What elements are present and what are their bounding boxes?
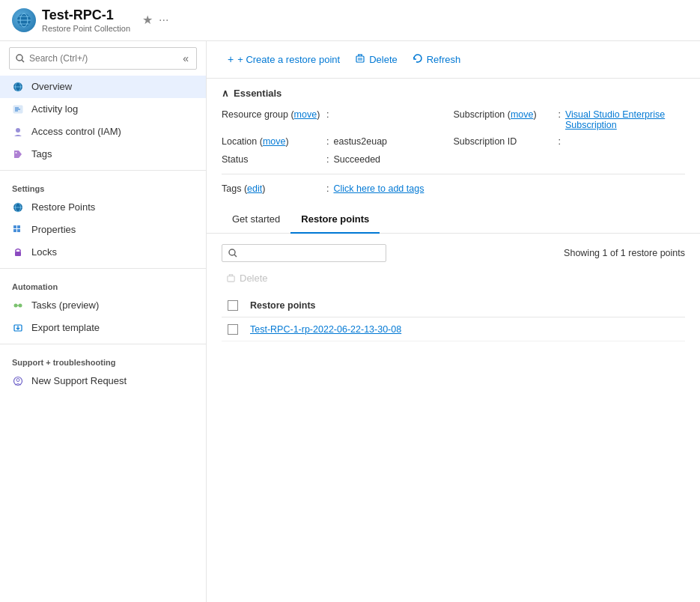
- tasks-icon: [12, 300, 24, 311]
- refresh-button[interactable]: Refresh: [407, 50, 467, 69]
- refresh-icon: [413, 53, 423, 66]
- essentials-title: Essentials: [234, 88, 281, 99]
- sidebar-item-locks[interactable]: Locks: [0, 241, 206, 264]
- svg-rect-23: [15, 252, 21, 256]
- sidebar-item-tags[interactable]: Tags: [0, 143, 206, 165]
- sidebar-item-tags-label: Tags: [31, 148, 52, 159]
- svg-point-25: [19, 303, 22, 307]
- sidebar-item-properties-label: Properties: [31, 224, 76, 235]
- rp-table: Restore points Test-RPC-1-rp-2022-06-22-…: [222, 294, 685, 341]
- rp-delete-button[interactable]: Delete: [222, 270, 273, 287]
- location-move-link[interactable]: move: [263, 136, 286, 147]
- sidebar-item-activity-log-label: Activity log: [31, 103, 78, 115]
- subscription-id-label: Subscription ID: [454, 136, 559, 147]
- rp-table-header-row: Restore points: [222, 294, 685, 317]
- resource-title-group: Test-RPC-1 Restore Point Collection: [42, 7, 130, 33]
- nav-divider-2: [0, 268, 206, 269]
- subscription-label: Subscription (move): [454, 109, 559, 120]
- search-icon: [16, 54, 25, 63]
- rp-delete-icon: [226, 273, 236, 283]
- main-content: + + Create a restore point Delete: [207, 41, 700, 602]
- tags-value: Click here to add tags: [333, 183, 424, 194]
- rp-row-checkbox-cell: [222, 317, 244, 341]
- tags-edit-link[interactable]: edit: [247, 183, 262, 194]
- nav-divider-1: [0, 170, 206, 171]
- tab-get-started[interactable]: Get started: [222, 206, 290, 234]
- rp-search-icon: [228, 249, 237, 258]
- svg-point-15: [16, 152, 17, 153]
- sidebar-item-tasks[interactable]: Tasks (preview): [0, 294, 206, 317]
- search-input[interactable]: [29, 53, 177, 64]
- create-restore-point-button[interactable]: + + Create a restore point: [222, 50, 346, 68]
- subscription-move-link[interactable]: move: [511, 109, 534, 120]
- essentials-grid-2: Status : Succeeded: [222, 151, 685, 168]
- rp-header-checkbox[interactable]: [228, 300, 238, 311]
- rp-search-box[interactable]: [222, 244, 386, 262]
- sidebar-item-restore-points-label: Restore Points: [31, 201, 95, 213]
- rp-column-name: Restore points: [244, 294, 685, 317]
- essentials-divider: [222, 174, 685, 174]
- support-section-label: Support + troubleshooting: [0, 349, 206, 370]
- rp-row-name-link[interactable]: Test-RPC-1-rp-2022-06-22-13-30-08: [250, 324, 401, 335]
- essentials-row-location: Location (move) : eastus2euap: [222, 133, 454, 150]
- status-value: Succeeded: [333, 154, 380, 165]
- delete-icon: [355, 53, 365, 66]
- tab-restore-points[interactable]: Restore points: [290, 206, 380, 234]
- main-layout: « Overview Activity: [0, 41, 700, 602]
- sidebar-item-new-support-label: New Support Request: [31, 375, 127, 386]
- rp-toolbar: Showing 1 of 1 restore points: [222, 244, 685, 262]
- resource-subtitle: Restore Point Collection: [42, 24, 130, 33]
- svg-line-6: [22, 60, 24, 62]
- tabs-bar: Get started Restore points: [207, 206, 700, 234]
- delete-button[interactable]: Delete: [349, 50, 404, 69]
- sidebar-item-access-control-label: Access control (IAM): [31, 126, 121, 137]
- svg-rect-21: [17, 225, 20, 228]
- svg-line-39: [234, 255, 237, 257]
- sidebar-item-properties[interactable]: Properties: [0, 219, 206, 241]
- access-control-icon: [12, 126, 24, 138]
- sidebar-item-tasks-label: Tasks (preview): [31, 300, 99, 311]
- collapse-sidebar-button[interactable]: «: [181, 51, 190, 66]
- essentials-row-status: Status : Succeeded: [222, 151, 454, 168]
- essentials-header: ∧ Essentials: [222, 88, 685, 99]
- rp-row-checkbox[interactable]: [228, 324, 238, 335]
- nav-divider-3: [0, 344, 206, 344]
- restore-points-icon: [12, 201, 24, 213]
- toolbar: + + Create a restore point Delete: [207, 41, 700, 79]
- resource-title: Test-RPC-1: [42, 7, 130, 24]
- sidebar-item-new-support[interactable]: New Support Request: [0, 370, 206, 392]
- rp-search-input[interactable]: [242, 248, 380, 258]
- search-box[interactable]: «: [9, 47, 197, 70]
- essentials-row-tags: Tags (edit) : Click here to add tags: [222, 180, 685, 197]
- sidebar-item-overview[interactable]: Overview: [0, 76, 206, 98]
- tags-add-link[interactable]: Click here to add tags: [333, 183, 424, 194]
- svg-rect-40: [228, 276, 234, 281]
- essentials-grid: Resource group (move) : Subscription (mo…: [222, 106, 685, 150]
- essentials-row-subscription: Subscription (move) : Visual Studio Ente…: [454, 106, 686, 133]
- rp-actions: Delete: [222, 270, 685, 287]
- sidebar-item-restore-points[interactable]: Restore Points: [0, 196, 206, 219]
- svg-point-38: [229, 249, 235, 255]
- rp-delete-label: Delete: [240, 273, 268, 284]
- delete-label: Delete: [369, 54, 398, 65]
- resource-group-move-link[interactable]: move: [294, 109, 317, 120]
- favorite-button[interactable]: ★: [142, 13, 153, 27]
- sidebar-item-export-template[interactable]: Export template: [0, 317, 206, 339]
- essentials-chevron[interactable]: ∧: [222, 88, 229, 99]
- support-icon: [12, 375, 24, 387]
- overview-icon: [12, 81, 24, 93]
- sidebar: « Overview Activity: [0, 41, 207, 602]
- svg-rect-22: [17, 229, 20, 232]
- sidebar-item-overview-label: Overview: [31, 81, 72, 92]
- sidebar-item-access-control[interactable]: Access control (IAM): [0, 121, 206, 143]
- sidebar-item-activity-log[interactable]: Activity log: [0, 98, 206, 121]
- header-actions: ★ ···: [142, 13, 168, 27]
- locks-icon: [12, 246, 24, 258]
- subscription-link[interactable]: Visual Studio Enterprise Subscription: [565, 109, 685, 130]
- svg-point-5: [16, 55, 22, 61]
- location-label: Location (move): [222, 136, 326, 147]
- rp-row-name: Test-RPC-1-rp-2022-06-22-13-30-08: [244, 317, 685, 341]
- more-options-button[interactable]: ···: [159, 13, 168, 27]
- rp-count: Showing 1 of 1 restore points: [564, 248, 685, 258]
- table-row: Test-RPC-1-rp-2022-06-22-13-30-08: [222, 317, 685, 341]
